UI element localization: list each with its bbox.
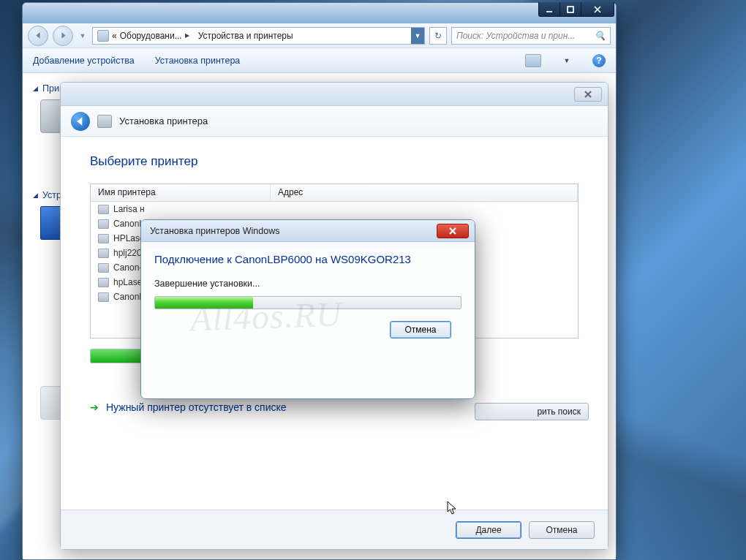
back-button[interactable]	[28, 26, 48, 46]
printer-icon	[98, 249, 109, 258]
recent-chevron-icon[interactable]: ▼	[78, 26, 88, 46]
progress-body: Подключение к CanonLBP6000 на WS09KGOR21…	[141, 242, 475, 338]
svg-rect-1	[568, 7, 573, 12]
search-input[interactable]: Поиск: Устройства и прин... 🔍	[451, 27, 611, 45]
progress-heading: Подключение к CanonLBP6000 на WS09KGOR21…	[154, 252, 461, 267]
printer-icon	[98, 292, 109, 302]
printer-icon	[98, 278, 109, 287]
printer-list-header: Имя принтера Адрес	[91, 184, 578, 202]
column-address[interactable]: Адрес	[271, 184, 578, 201]
help-icon[interactable]: ?	[592, 54, 606, 67]
progress-title: Установка принтеров Windows	[150, 226, 279, 236]
address-dropdown-icon[interactable]: ▼	[411, 28, 424, 44]
install-progress-dialog: Установка принтеров Windows Подключение …	[140, 219, 475, 399]
maximize-button[interactable]	[560, 2, 581, 17]
wizard-header-label: Установка принтера	[119, 116, 208, 126]
wizard-back-button[interactable]	[71, 112, 90, 131]
breadcrumb-seg1[interactable]: Оборудовани...	[120, 31, 182, 41]
add-device-command[interactable]: Добавление устройства	[33, 56, 135, 66]
hardware-icon	[97, 30, 109, 42]
printer-icon	[98, 205, 109, 214]
wizard-header: Установка принтера	[61, 106, 608, 137]
printer-icon	[98, 219, 109, 229]
command-toolbar: Добавление устройства Установка принтера…	[23, 48, 616, 73]
column-printer-name[interactable]: Имя принтера	[91, 184, 271, 201]
list-item[interactable]: Larisa н	[91, 202, 578, 216]
minimize-button[interactable]	[538, 2, 560, 17]
window-controls	[539, 2, 614, 17]
address-bar[interactable]: «Оборудовани...▶ Устройства и принтеры ▼	[92, 27, 425, 45]
progress-bar-fill	[155, 297, 253, 309]
printer-icon	[98, 234, 109, 243]
printer-icon	[97, 115, 112, 128]
printer-icon	[98, 263, 109, 273]
cancel-button[interactable]: Отмена	[529, 521, 595, 539]
close-button[interactable]	[581, 2, 614, 17]
progress-status: Завершение установки...	[154, 279, 461, 289]
progress-titlebar[interactable]: Установка принтеров Windows	[141, 220, 475, 242]
forward-button[interactable]	[53, 26, 73, 46]
wizard-close-button[interactable]	[574, 87, 602, 102]
progress-close-button[interactable]	[437, 224, 469, 238]
view-chevron-icon[interactable]: ▼	[562, 50, 572, 71]
breadcrumb-seg2[interactable]: Устройства и принтеры	[198, 31, 293, 41]
search-icon: 🔍	[595, 31, 606, 41]
wizard-heading: Выберите принтер	[90, 154, 579, 169]
explorer-titlebar[interactable]	[23, 3, 616, 23]
wizard-footer: Далее Отмена	[61, 510, 608, 549]
progress-cancel-button[interactable]: Отмена	[390, 321, 451, 338]
progress-bar	[154, 296, 461, 309]
navigation-bar: ▼ «Оборудовани...▶ Устройства и принтеры…	[23, 23, 616, 48]
wizard-titlebar[interactable]	[61, 83, 608, 106]
search-again-button[interactable]: рить поиск	[475, 403, 589, 420]
next-button[interactable]: Далее	[456, 521, 521, 539]
refresh-button[interactable]: ↻	[429, 27, 447, 45]
search-placeholder: Поиск: Устройства и прин...	[456, 31, 575, 41]
view-mode-icon[interactable]	[525, 54, 541, 67]
install-printer-command[interactable]: Установка принтера	[155, 56, 241, 66]
arrow-right-icon: ➔	[90, 401, 99, 413]
